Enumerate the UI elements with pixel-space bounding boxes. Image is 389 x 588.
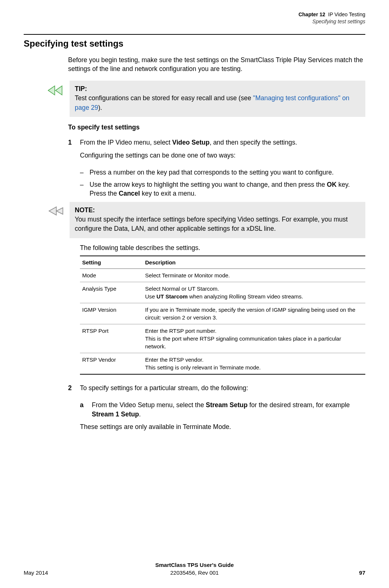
- settings-table: Setting Description ModeSelect Terminate…: [80, 256, 365, 375]
- setting-description: Select Terminate or Monitor mode.: [143, 268, 365, 282]
- note-text: You must specify the interface settings …: [75, 215, 360, 234]
- tip-label: TIP:: [75, 84, 360, 94]
- setting-name: Mode: [80, 268, 143, 282]
- setting-description: Enter the RTSP port number.This is the p…: [143, 324, 365, 353]
- setting-name: Analysis Type: [80, 282, 143, 303]
- note-label: NOTE:: [75, 206, 360, 215]
- setting-description: If you are in Terminate mode, specify th…: [143, 303, 365, 324]
- page-header: Chapter 12 IP Video Testing Specifying t…: [24, 11, 365, 25]
- note-icon: [47, 202, 64, 218]
- tip-callout: TIP: Test configurations can be stored f…: [47, 81, 365, 117]
- table-row: Analysis TypeSelect Normal or UT Starcom…: [80, 282, 365, 303]
- table-row: RTSP PortEnter the RTSP port number.This…: [80, 324, 365, 353]
- table-row: ModeSelect Terminate or Monitor mode.: [80, 268, 365, 282]
- step-2: 2 To specify settings for a particular s…: [68, 383, 365, 396]
- page-footer: SmartClass TPS User's Guide 22035456, Re…: [24, 561, 365, 577]
- setting-description: Select Normal or UT Starcom.Use UT Starc…: [143, 282, 365, 303]
- note-box: NOTE: You must specify the interface set…: [70, 202, 365, 238]
- svg-marker-3: [56, 207, 63, 214]
- footer-docnum: 22035456, Rev 001: [24, 569, 365, 577]
- tip-box: TIP: Test configurations can be stored f…: [70, 81, 365, 117]
- substep-letter: a: [80, 401, 92, 419]
- step-2-line: To specify settings for a particular str…: [80, 383, 365, 393]
- setting-name: RTSP Vendor: [80, 353, 143, 374]
- setting-name: IGMP Version: [80, 303, 143, 324]
- step-1-sublist: – Press a number on the key pad that cor…: [80, 168, 365, 198]
- footer-title: SmartClass TPS User's Guide: [24, 561, 365, 569]
- section-subtitle: Specifying test settings: [24, 18, 365, 25]
- chapter-label: Chapter 12: [298, 11, 325, 17]
- intro-paragraph: Before you begin testing, make sure the …: [68, 55, 365, 73]
- table-row: RTSP VendorEnter the RTSP vendor.This se…: [80, 353, 365, 374]
- step-1: 1 From the IP Video menu, select Video S…: [68, 138, 365, 163]
- procedure-heading: To specify test settings: [68, 124, 365, 131]
- svg-marker-1: [56, 86, 62, 95]
- footer-page: 97: [359, 569, 365, 577]
- note-callout: NOTE: You must specify the interface set…: [47, 202, 365, 238]
- page-title: Specifying test settings: [24, 38, 365, 49]
- svg-marker-2: [49, 207, 56, 215]
- table-intro: The following table describes the settin…: [80, 244, 365, 252]
- setting-name: RTSP Port: [80, 324, 143, 353]
- svg-marker-0: [48, 86, 55, 95]
- substep-a: a From the Video Setup menu, select the …: [80, 401, 365, 419]
- setting-description: Enter the RTSP vendor.This setting is on…: [143, 353, 365, 374]
- step-1-line-1: From the IP Video menu, select Video Set…: [80, 138, 365, 147]
- sublist-item: – Press a number on the key pad that cor…: [80, 168, 365, 177]
- chapter-title: IP Video Testing: [328, 11, 365, 17]
- table-row: IGMP VersionIf you are in Terminate mode…: [80, 303, 365, 324]
- step-number: 1: [68, 138, 80, 163]
- step-number: 2: [68, 383, 80, 396]
- sublist-item: – Use the arrow keys to highlight the se…: [80, 180, 365, 198]
- substep-note: These settings are only available in Ter…: [80, 422, 365, 432]
- tip-icon: [47, 81, 64, 98]
- step-1-line-2: Configuring the settings can be done one…: [80, 151, 365, 160]
- footer-date: May 2014: [24, 569, 48, 577]
- tip-text: Test configurations can be stored for ea…: [75, 94, 360, 112]
- divider: [24, 34, 365, 35]
- th-description: Description: [143, 256, 365, 269]
- th-setting: Setting: [80, 256, 143, 269]
